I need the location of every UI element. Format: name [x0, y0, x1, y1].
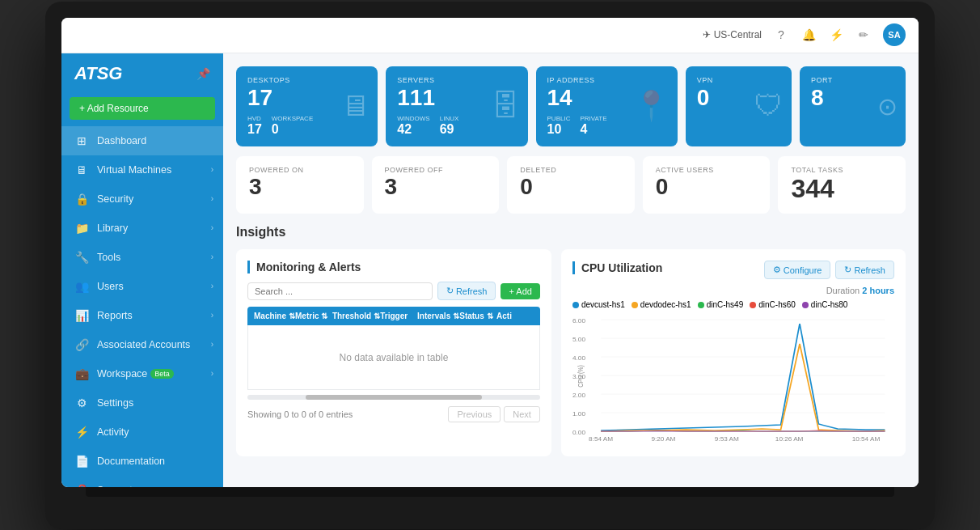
- cpu-refresh-label: Refresh: [854, 265, 885, 275]
- cpu-chart-svg: 6.00 5.00 4.00 3.00 2.00 1.00 0.00 CPU (…: [572, 316, 894, 445]
- sidebar: ATSG 📌 + Add Resource ⊞ Dashboard 🖥 Virt…: [61, 53, 223, 487]
- sidebar-item-security[interactable]: 🔒 Security ›: [61, 184, 223, 214]
- powered-on-label: POWERED ON: [249, 166, 351, 174]
- monitoring-refresh-label: Refresh: [456, 286, 488, 296]
- sidebar-item-workspace[interactable]: 💼 Workspace Beta ›: [61, 359, 223, 388]
- vm-icon: 🖥: [74, 163, 89, 177]
- sidebar-item-virtual-machines[interactable]: 🖥 Virtual Machines ›: [61, 155, 223, 184]
- duration-label: Duration: [826, 286, 860, 295]
- sidebar-item-associated-accounts[interactable]: 🔗 Associated Accounts ›: [61, 330, 223, 359]
- cpu-refresh-button[interactable]: ↻ Refresh: [835, 261, 894, 279]
- top-bar: ✈ US-Central ? 🔔 ⚡ ✏ SA: [61, 18, 919, 53]
- svg-text:9:53 AM: 9:53 AM: [715, 436, 739, 443]
- reports-icon: 📊: [74, 308, 89, 323]
- ip-icon: 📍: [633, 89, 670, 123]
- hvd-value: 17: [247, 122, 262, 137]
- sidebar-item-settings[interactable]: ⚙ Settings: [61, 388, 223, 418]
- svg-text:2.00: 2.00: [572, 392, 585, 399]
- col-acti: Acti: [496, 312, 534, 320]
- stat-vpn: VPN 0 🛡: [686, 66, 792, 147]
- sidebar-label-settings: Settings: [97, 397, 133, 409]
- app-logo: ATSG: [74, 63, 122, 84]
- stats-row-2: POWERED ON 3 POWERED OFF 3 DELETED 0 ACT…: [236, 156, 906, 214]
- workspace-arrow: ›: [211, 369, 213, 378]
- sidebar-item-dashboard[interactable]: ⊞ Dashboard: [61, 126, 223, 155]
- monitoring-panel: Monitoring & Alerts ↻ Refresh + Add: [236, 249, 551, 456]
- beta-badge: Beta: [150, 369, 174, 379]
- port-label: PORT: [811, 76, 894, 84]
- help-icon[interactable]: ?: [773, 27, 789, 43]
- support-icon: ❓: [74, 483, 89, 487]
- add-resource-button[interactable]: + Add Resource: [70, 97, 215, 120]
- sidebar-item-activity[interactable]: ⚡ Activity: [61, 418, 223, 447]
- security-arrow: ›: [211, 194, 213, 203]
- svg-text:4.00: 4.00: [572, 355, 585, 362]
- monitoring-search[interactable]: [247, 282, 433, 300]
- sidebar-item-support[interactable]: ❓ Support: [61, 476, 223, 487]
- stat-desktops: DESKTOPS 17 🖥 HVD 17 WORKSPACE 0: [236, 66, 378, 147]
- monitoring-table-body: No data available in table: [247, 325, 540, 390]
- region-label: US-Central: [714, 29, 762, 40]
- windows-value: 42: [397, 122, 429, 137]
- avatar[interactable]: SA: [883, 23, 906, 46]
- powered-off-value: 3: [385, 174, 487, 200]
- dashboard-icon: ⊞: [74, 134, 89, 148]
- bell-icon[interactable]: 🔔: [800, 27, 817, 43]
- svg-text:6.00: 6.00: [572, 318, 585, 324]
- sidebar-item-documentation[interactable]: 📄 Documentation: [61, 447, 223, 476]
- legend-dot-dinc60: [750, 302, 756, 308]
- duration-text: Duration 2 hours: [572, 286, 894, 295]
- legend-devcust: devcust-hs1: [572, 300, 625, 309]
- chart-icon[interactable]: ⚡: [828, 27, 844, 43]
- sidebar-label-associated: Associated Accounts: [97, 339, 190, 350]
- svg-text:CPU (%): CPU (%): [577, 365, 585, 388]
- legend-label-devdodec: devdodec-hs1: [640, 300, 691, 309]
- refresh-icon: ↻: [446, 286, 454, 296]
- legend-devdodec: devdodec-hs1: [632, 300, 691, 309]
- stat-powered-on: POWERED ON 3: [236, 156, 364, 214]
- configure-label: Configure: [784, 265, 822, 275]
- hvd-label: HVD: [247, 115, 262, 122]
- powered-on-value: 3: [249, 174, 351, 200]
- monitoring-refresh-button[interactable]: ↻ Refresh: [437, 282, 496, 300]
- no-data-text: No data available in table: [340, 352, 449, 363]
- col-metric: Metric ⇅: [295, 312, 332, 320]
- sidebar-label-workspace: Workspace: [97, 368, 147, 379]
- showing-text: Showing 0 to 0 of 0 entries: [247, 409, 353, 419]
- chart-legend: devcust-hs1 devdodec-hs1 dinC-hs49: [572, 300, 894, 309]
- tools-icon: 🔧: [74, 250, 89, 265]
- sidebar-item-library[interactable]: 📁 Library ›: [61, 214, 223, 243]
- private-label: PRIVATE: [580, 115, 606, 122]
- powered-off-label: POWERED OFF: [385, 166, 487, 174]
- monitoring-table-header: Machine ⇅ Metric ⇅ Threshold ⇅ Trigger I…: [247, 307, 540, 325]
- edit-icon[interactable]: ✏: [855, 27, 872, 43]
- laptop-base: [86, 487, 894, 497]
- duration-value: 2 hours: [862, 286, 894, 295]
- tools-arrow: ›: [211, 252, 213, 261]
- main-layout: ATSG 📌 + Add Resource ⊞ Dashboard 🖥 Virt…: [61, 53, 919, 487]
- col-machine: Machine ⇅: [254, 312, 295, 320]
- pin-icon[interactable]: 📌: [196, 67, 210, 80]
- legend-dinc80: dinC-hs80: [802, 300, 848, 309]
- active-users-label: ACTIVE USERS: [656, 166, 758, 174]
- workspace-stat-label: WORKSPACE: [272, 115, 313, 122]
- region-selector[interactable]: ✈ US-Central: [703, 29, 762, 40]
- svg-text:10:26 AM: 10:26 AM: [775, 436, 804, 443]
- sidebar-item-users[interactable]: 👥 Users ›: [61, 272, 223, 301]
- next-button[interactable]: Next: [504, 406, 540, 422]
- top-bar-right: ✈ US-Central ? 🔔 ⚡ ✏ SA: [703, 23, 906, 46]
- prev-button[interactable]: Previous: [448, 406, 501, 422]
- sidebar-label-documentation: Documentation: [97, 456, 165, 467]
- col-trigger: Trigger: [380, 312, 417, 320]
- sidebar-label-tools: Tools: [97, 252, 120, 263]
- monitoring-add-button[interactable]: + Add: [501, 283, 539, 299]
- sidebar-item-tools[interactable]: 🔧 Tools ›: [61, 243, 223, 272]
- cpu-configure-button[interactable]: ⚙ Configure: [764, 261, 831, 279]
- stat-port: PORT 8 ⊙: [800, 66, 906, 147]
- workspace-stat-value: 0: [272, 122, 313, 137]
- legend-dinc49: dinC-hs49: [698, 300, 744, 309]
- library-arrow: ›: [211, 223, 213, 232]
- sidebar-item-reports[interactable]: 📊 Reports ›: [61, 301, 223, 330]
- documentation-icon: 📄: [74, 454, 89, 469]
- public-label: PUBLIC: [547, 115, 571, 122]
